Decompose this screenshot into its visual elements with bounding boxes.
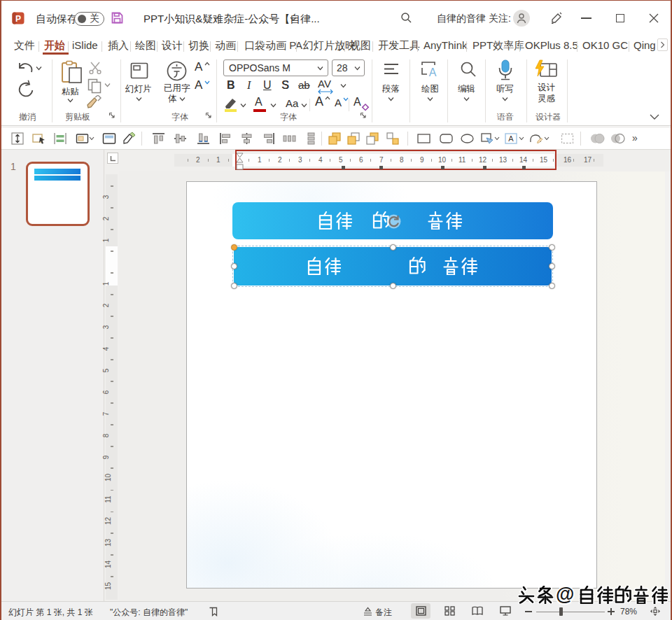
svg-text:A: A: [508, 134, 514, 143]
svg-text:P: P: [15, 14, 21, 24]
svg-text:A: A: [429, 66, 437, 78]
